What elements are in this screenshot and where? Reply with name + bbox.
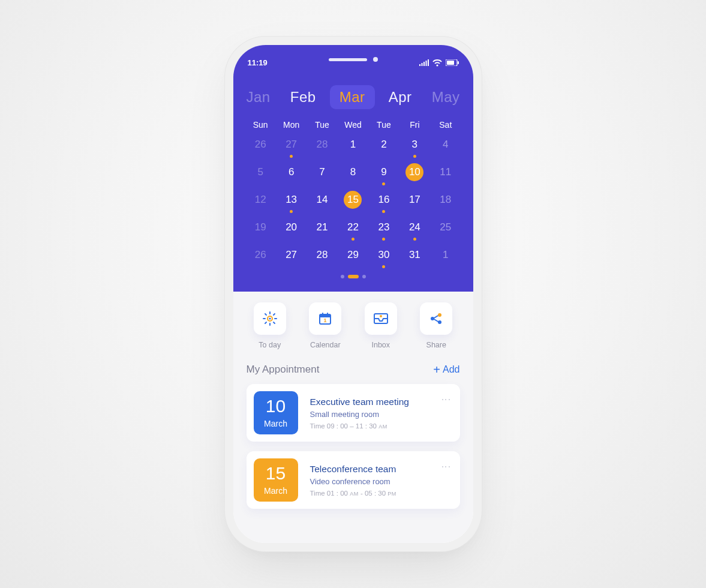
svg-line-18 [265,322,266,323]
svg-point-10 [269,317,271,319]
calendar-day[interactable]: 2 [368,136,399,163]
weekday-label: Sat [430,120,461,130]
calendar-day[interactable]: 3 [399,136,430,163]
calendar-day[interactable]: 1 [430,246,461,274]
appointment-card[interactable]: 10MarchExecutive team meetingSmall meeti… [247,384,460,442]
weekday-label: Wed [338,120,368,130]
sun-icon [254,302,286,335]
calendar-day[interactable]: 26 [245,136,276,163]
svg-line-15 [265,314,266,315]
phone-notch [329,57,378,62]
section-title: My Appointment [247,364,320,376]
more-icon[interactable]: ⋮ [440,462,452,472]
appointment-date-badge: 10March [254,391,298,434]
calendar-day[interactable]: 7 [307,163,337,191]
calendar-day[interactable]: 8 [338,163,368,191]
calendar-day[interactable]: 29 [338,246,368,274]
weekday-label: Fri [399,120,430,130]
more-icon[interactable]: ⋮ [440,395,452,405]
svg-point-29 [438,313,441,317]
appointment-date-badge: 15March [254,458,298,502]
calendar-day[interactable]: 17 [399,191,430,218]
quick-label: Share [426,341,446,349]
calendar-day[interactable]: 22 [338,218,368,246]
calendar-day[interactable]: 14 [307,191,337,218]
appointments-list: 10MarchExecutive team meetingSmall meeti… [247,384,460,509]
inbox-icon [365,302,397,335]
month-mar[interactable]: Mar [330,85,375,109]
calendar-day[interactable]: 18 [430,191,461,218]
calendar-day[interactable]: 30 [368,246,399,274]
calendar-day[interactable]: 23 [368,218,399,246]
month-apr[interactable]: Apr [383,86,418,108]
calendar-day[interactable]: 15 [338,191,368,218]
calendar-day[interactable]: 6 [276,163,307,191]
calendar-grid: 2627281234567891011121314151617181920212… [245,136,461,274]
calendar-day[interactable]: 10 [399,163,430,191]
calendar-day[interactable]: 13 [276,191,307,218]
calendar-day[interactable]: 16 [368,191,399,218]
svg-rect-21 [322,313,323,316]
svg-point-5 [436,64,438,66]
signal-icon [419,59,429,66]
calendar-day[interactable]: 25 [430,218,461,246]
appointment-time: Time 09 : 00 – 11 : 30 AM [310,422,453,430]
calendar-day[interactable]: 24 [399,218,430,246]
calendar-day[interactable]: 28 [307,136,337,163]
calendar-day[interactable]: 9 [368,163,399,191]
quick-label: Calendar [310,341,341,349]
weekday-label: Tue [307,120,337,130]
quick-label: To day [259,341,281,349]
calendar-day[interactable]: 26 [245,246,276,274]
calendar-day[interactable]: 28 [307,246,337,274]
calendar-day[interactable]: 1 [338,136,368,163]
svg-rect-4 [428,59,429,66]
svg-line-17 [274,314,275,315]
calendar-button[interactable]: 1 Calendar [302,302,349,349]
inbox-button[interactable]: Inbox [357,302,405,349]
month-may[interactable]: May [426,86,466,108]
svg-rect-8 [458,61,459,64]
svg-point-30 [438,320,441,324]
appointment-card[interactable]: 15MarchTeleconference teamVideo conferen… [247,451,460,509]
status-bar: 11:19 [245,58,461,70]
calendar-icon: 1 [309,302,341,335]
svg-point-25 [380,315,382,317]
month-selector[interactable]: Jan Feb Mar Apr May [237,85,470,109]
appointment-room: Small meeting room [310,410,453,419]
month-jan[interactable]: Jan [241,86,277,108]
svg-rect-1 [421,63,422,66]
lower-panel: To day 1 Calendar Inbox Share [233,292,473,543]
weekday-label: Tue [368,120,399,130]
calendar-day[interactable]: 31 [399,246,430,274]
appointment-time: Time 01 : 00 AM - 05 : 30 PM [310,490,453,497]
calendar-day[interactable]: 5 [245,163,276,191]
calendar-day[interactable]: 27 [276,136,307,163]
calendar-day[interactable]: 19 [245,218,276,246]
calendar-day[interactable]: 21 [307,218,337,246]
svg-rect-22 [327,313,328,316]
plus-icon: + [433,364,440,376]
appointments-header: My Appointment + Add [247,364,460,376]
svg-point-28 [431,317,434,320]
svg-line-16 [274,322,275,323]
quick-actions: To day 1 Calendar Inbox Share [247,302,460,349]
add-button[interactable]: + Add [433,364,459,376]
calendar-panel: 11:19 Jan Feb Mar Apr May [233,45,473,292]
appointment-info: Executive team meetingSmall meeting room… [310,391,453,434]
today-button[interactable]: To day [247,302,294,349]
wifi-icon [432,59,442,67]
share-button[interactable]: Share [413,302,460,349]
calendar-day[interactable]: 12 [245,191,276,218]
weekday-header: Sun Mon Tue Wed Tue Fri Sat [245,120,461,130]
svg-rect-0 [419,64,420,66]
weekday-label: Sun [245,120,276,130]
calendar-day[interactable]: 20 [276,218,307,246]
svg-rect-2 [423,62,425,66]
month-feb[interactable]: Feb [284,86,322,108]
calendar-day[interactable]: 27 [276,246,307,274]
calendar-day[interactable]: 11 [430,163,461,191]
svg-rect-3 [425,61,426,66]
calendar-day[interactable]: 4 [430,136,461,163]
appointment-info: Teleconference teamVideo conference room… [310,458,453,502]
